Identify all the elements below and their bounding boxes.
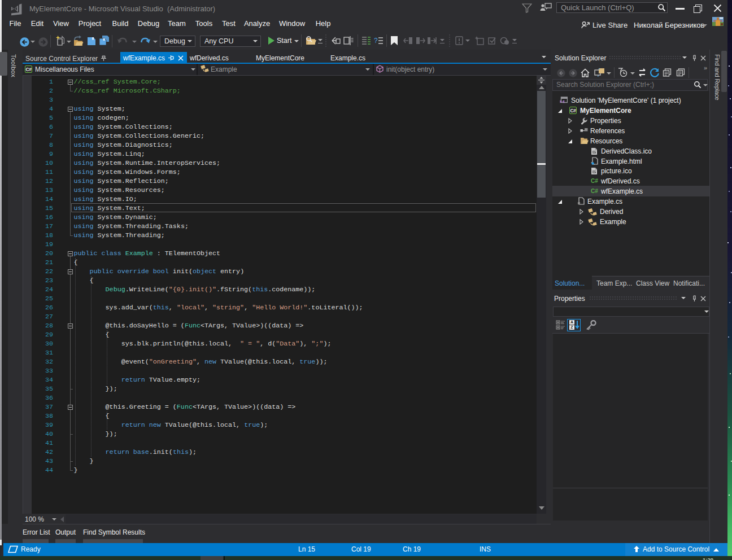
svg-text:?: ? <box>374 37 378 45</box>
